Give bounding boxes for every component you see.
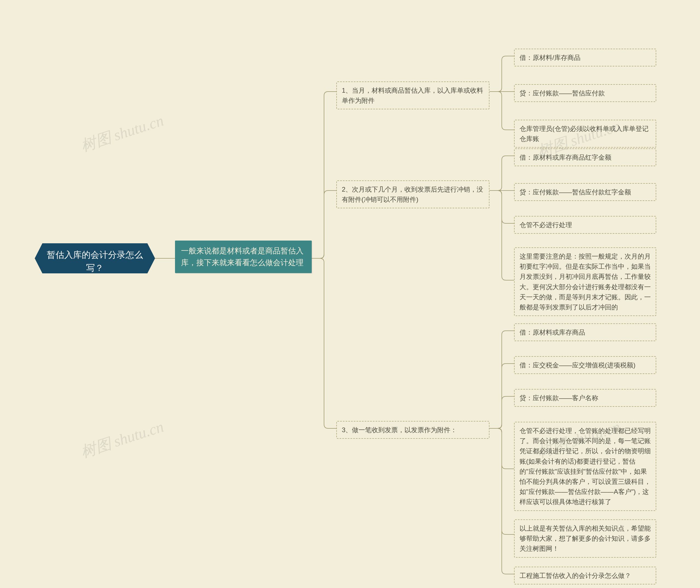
mindmap-canvas: { "watermark_text": "树图 shutu.cn", "root… xyxy=(0,0,700,588)
branch3-leaf-f: 工程施工暂估收入的会计分录怎么做？ xyxy=(514,567,656,584)
branch1-leaf-a: 借：原材料/库存商品 xyxy=(514,49,656,66)
branch2-leaf-d: 这里需要注意的是：按照一般规定，次月的月初要红字冲回。但是在实际工作当中，如果当… xyxy=(514,247,656,316)
branch2-leaf-a: 借：原材料或库存商品红字金额 xyxy=(514,148,656,166)
branch1-title-text: 1、当月，材料或商品暂估入库，以入库单或收料单作为附件 xyxy=(342,87,483,104)
leaf-text: 仓库管理员(仓管)必须以收料单或入库单登记仓库账 xyxy=(520,125,649,142)
leaf-text: 贷：应付账款——暂估应付款红字金额 xyxy=(520,188,631,196)
leaf-text: 这里需要注意的是：按照一般规定，次月的月初要红字冲回。但是在实际工作当中，如果当… xyxy=(520,253,651,311)
leaf-text: 仓管不必进行处理，仓管账的处理都已经写明了。而会计账与仓管账不同的是，每一笔记账… xyxy=(520,427,651,505)
sub-node: 一般来说都是材料或者是商品暂估入库，接下来就来看看怎么做会计处理 xyxy=(175,241,312,273)
branch3-leaf-d: 仓管不必进行处理，仓管账的处理都已经写明了。而会计账与仓管账不同的是，每一笔记账… xyxy=(514,422,656,511)
branch2-title: 2、次月或下几个月，收到发票后先进行冲销，没有附件(冲销可以不用附件) xyxy=(336,180,489,208)
leaf-text: 贷：应付账款——暂估应付款 xyxy=(520,89,605,97)
leaf-text: 工程施工暂估收入的会计分录怎么做？ xyxy=(520,572,631,579)
branch2-leaf-b: 贷：应付账款——暂估应付款红字金额 xyxy=(514,183,656,201)
leaf-text: 借：原材料或库存商品 xyxy=(520,329,585,336)
branch3-leaf-b: 借：应交税金——应交增值税(进项税额) xyxy=(514,356,656,374)
branch2-leaf-c: 仓管不必进行处理 xyxy=(514,216,656,234)
leaf-text: 借：应交税金——应交增值税(进项税额) xyxy=(520,361,635,369)
leaf-text: 贷：应付账款——客户名称 xyxy=(520,394,598,402)
branch1-title: 1、当月，材料或商品暂估入库，以入库单或收料单作为附件 xyxy=(336,81,489,109)
leaf-text: 以上就是有关暂估入库的相关知识点，希望能够帮助大家，想了解更多的会计知识，请多多… xyxy=(520,525,651,552)
branch3-title: 3、做一笔收到发票，以发票作为附件： xyxy=(336,421,489,439)
watermark: 树图 shutu.cn xyxy=(78,110,166,156)
branch3-leaf-c: 贷：应付账款——客户名称 xyxy=(514,389,656,407)
leaf-text: 仓管不必进行处理 xyxy=(520,221,572,229)
branch3-leaf-e: 以上就是有关暂估入库的相关知识点，希望能够帮助大家，想了解更多的会计知识，请多多… xyxy=(514,519,656,558)
watermark: 树图 shutu.cn xyxy=(78,416,166,463)
branch1-leaf-b: 贷：应付账款——暂估应付款 xyxy=(514,84,656,102)
root-node-wrap: 暂估入库的会计分录怎么写？ xyxy=(36,244,154,279)
branch2-title-text: 2、次月或下几个月，收到发票后先进行冲销，没有附件(冲销可以不用附件) xyxy=(342,186,483,203)
leaf-text: 借：原材料或库存商品红字金额 xyxy=(520,154,611,161)
branch3-leaf-a: 借：原材料或库存商品 xyxy=(514,323,656,341)
branch1-leaf-c: 仓库管理员(仓管)必须以收料单或入库单登记仓库账 xyxy=(514,120,656,148)
leaf-text: 借：原材料/库存商品 xyxy=(520,54,581,61)
sub-text: 一般来说都是材料或者是商品暂估入库，接下来就来看看怎么做会计处理 xyxy=(181,247,304,267)
root-title: 暂估入库的会计分录怎么写？ xyxy=(47,250,143,273)
branch3-title-text: 3、做一笔收到发票，以发票作为附件： xyxy=(342,426,457,434)
